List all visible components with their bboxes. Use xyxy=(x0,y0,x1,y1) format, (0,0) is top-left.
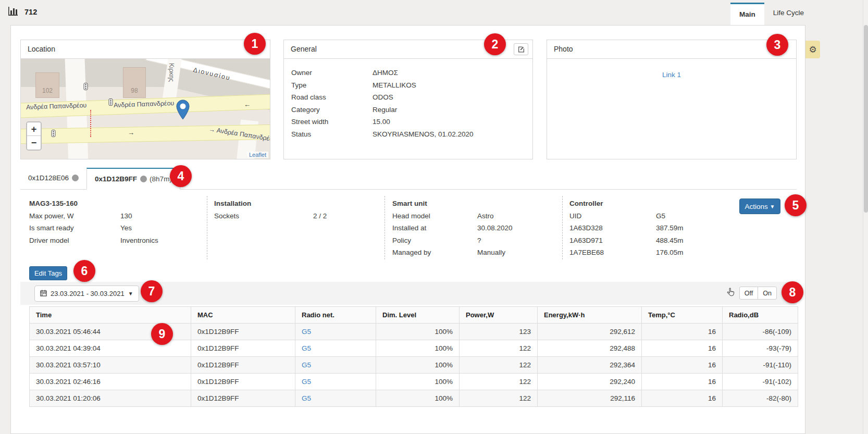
cell-radio-net: G5 xyxy=(295,340,376,357)
edit-tags-button[interactable]: Edit Tags xyxy=(29,266,67,280)
info-label: Sockets xyxy=(214,210,313,222)
radio-net-link[interactable]: G5 xyxy=(302,378,311,386)
cell-radio-db: -86(-109) xyxy=(723,324,798,340)
radio-net-link[interactable]: G5 xyxy=(302,344,311,352)
col-header-radio-net: Radio net. xyxy=(295,307,376,324)
info-label: Max power, W xyxy=(29,210,120,222)
location-panel-title: Location xyxy=(21,40,270,59)
edit-general-button[interactable] xyxy=(514,43,528,55)
cell-dim-level: 100% xyxy=(376,357,460,374)
info-value: 488.45m xyxy=(656,234,684,247)
tab-main[interactable]: Main xyxy=(730,3,764,25)
radio-net-link[interactable]: G5 xyxy=(302,361,311,369)
photo-body: Link 1 xyxy=(547,59,796,79)
cell-mac: 0x1D12B9FF xyxy=(191,374,295,390)
photo-panel: Photo Link 1 xyxy=(547,40,797,159)
field-row: Road classODOS xyxy=(291,91,525,104)
general-panel-title: General xyxy=(291,45,317,53)
actions-button[interactable]: Actions ▼ xyxy=(739,199,780,214)
divider xyxy=(385,196,385,259)
column-title: Smart unit xyxy=(392,197,559,210)
calendar-icon xyxy=(40,290,47,298)
annotation-badge-8: 8 xyxy=(782,281,803,303)
annotation-badge-6: 6 xyxy=(73,260,95,282)
annotation-badge-5: 5 xyxy=(785,194,807,216)
tab-life-cycle[interactable]: Life Cycle xyxy=(764,3,813,25)
gear-icon: ⚙ xyxy=(809,44,816,55)
cell-dim-level: 100% xyxy=(376,374,460,390)
field-row: TypeMETALLIKOS xyxy=(291,79,525,92)
info-row: 1A63D971488.45m xyxy=(569,234,736,247)
bar-chart-icon xyxy=(8,7,19,17)
scrollbar-thumb[interactable] xyxy=(864,25,868,213)
zoom-out-button[interactable]: − xyxy=(27,136,41,150)
actions-label: Actions xyxy=(745,203,768,210)
column-title: Installation xyxy=(214,197,381,210)
col-header-dim-level: Dim. Level xyxy=(376,307,460,324)
info-value: Inventronics xyxy=(120,234,158,247)
device-tab-label: 0x1D12B9FF xyxy=(95,175,137,183)
date-range-picker[interactable]: 23.03.2021 - 30.03.2021 ▼ xyxy=(34,286,139,302)
cell-temp: 16 xyxy=(642,374,723,390)
map-building-98: 98 xyxy=(123,67,146,98)
info-label: Installed at xyxy=(392,222,477,234)
field-label: Owner xyxy=(291,67,373,79)
cell-radio-db: -93(-79) xyxy=(723,340,798,357)
cell-temp: 16 xyxy=(642,357,723,374)
off-on-toggle: Off On xyxy=(739,287,777,300)
info-value: G5 xyxy=(656,210,665,222)
hand-pointer-icon xyxy=(727,288,735,299)
field-value: 15.00 xyxy=(373,116,390,128)
off-button[interactable]: Off xyxy=(739,287,758,300)
cell-time: 30.03.2021 02:46:16 xyxy=(30,374,191,390)
leaflet-attribution-link[interactable]: Leaflet xyxy=(247,152,268,158)
info-label: 1A63D971 xyxy=(569,234,656,247)
page-scrollbar[interactable] xyxy=(863,0,868,434)
on-button[interactable]: On xyxy=(758,287,777,300)
cell-energy: 292,612 xyxy=(538,324,642,340)
device-column-luminaire: MAG3-135-160 Max power, W130 Is smart re… xyxy=(29,197,206,246)
info-value: Manually xyxy=(477,246,505,259)
building-number: 98 xyxy=(131,87,138,94)
settings-gear-button[interactable]: ⚙ xyxy=(805,41,820,58)
cell-radio-net: G5 xyxy=(295,390,376,407)
field-label: Category xyxy=(291,104,373,116)
status-dot-icon xyxy=(72,175,79,181)
cell-time: 30.03.2021 01:20:06 xyxy=(30,390,191,407)
cell-energy: 292,488 xyxy=(538,340,642,357)
info-row: 1A63D328387.59m xyxy=(569,222,736,234)
radio-net-link[interactable]: G5 xyxy=(302,394,311,402)
info-row: UIDG5 xyxy=(569,210,736,222)
col-header-energy: Energy,kW·h xyxy=(538,307,642,324)
device-tab-0x1D128E06[interactable]: 0x1D128E06 xyxy=(20,168,86,190)
photo-link-1[interactable]: Link 1 xyxy=(662,71,681,79)
telemetry-table: Time MAC Radio net. Dim. Level Power,W E… xyxy=(29,306,798,407)
cell-power: 123 xyxy=(460,324,538,340)
radio-net-link[interactable]: G5 xyxy=(302,328,311,336)
info-value: 2 / 2 xyxy=(313,210,327,222)
cell-radio-net: G5 xyxy=(295,324,376,340)
col-header-time: Time xyxy=(30,307,191,324)
info-value: Astro xyxy=(477,210,494,222)
field-value: ΔΗΜΟΣ xyxy=(373,67,398,79)
device-tab-0x1D12B9FF[interactable]: 0x1D12B9FF(8h7m) xyxy=(86,168,180,190)
info-label: UID xyxy=(569,210,656,222)
traffic-signal-icon xyxy=(108,98,113,109)
log-toolbar: 23.03.2021 - 30.03.2021 ▼ Off On xyxy=(20,282,797,305)
switch-controls: Off On xyxy=(727,287,777,300)
annotation-badge-9: 9 xyxy=(151,323,173,345)
main-content-panel: Location 102 98 Ανδρέα Παπανδρέου Ανδρέα… xyxy=(10,25,805,434)
date-range-value: 23.03.2021 - 30.03.2021 xyxy=(51,290,125,297)
info-label: Is smart ready xyxy=(29,222,120,234)
annotation-badge-2: 2 xyxy=(484,33,506,55)
map-marker-icon[interactable] xyxy=(176,100,190,122)
cell-power: 122 xyxy=(460,357,538,374)
column-title: MAG3-135-160 xyxy=(29,197,206,210)
general-fields: OwnerΔΗΜΟΣ TypeMETALLIKOS Road classODOS… xyxy=(284,59,532,148)
zoom-in-button[interactable]: + xyxy=(27,122,41,136)
map[interactable]: 102 98 Ανδρέα Παπανδρέου Ανδρέα Παπανδρέ… xyxy=(21,59,270,159)
info-value: 30.08.2020 xyxy=(477,222,513,234)
cell-mac: 0x1D12B9FF xyxy=(191,324,295,340)
device-column-controller: Controller UIDG5 1A63D328387.59m 1A63D97… xyxy=(569,197,736,259)
cell-dim-level: 100% xyxy=(376,390,460,407)
